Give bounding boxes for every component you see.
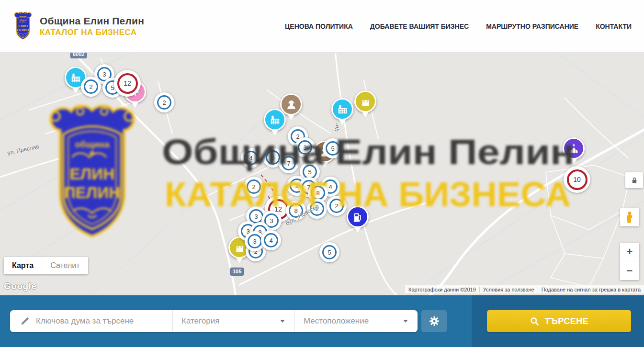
location-select-label: Местоположение — [304, 316, 369, 326]
zoom-control: + − — [620, 243, 639, 280]
search-icon — [530, 316, 540, 326]
nav-item-contacts[interactable]: КОНТАКТИ — [596, 22, 632, 30]
road-badge: 6002 — [71, 53, 86, 58]
road-badge: 105 — [231, 268, 243, 275]
site-subtitle: КАТАЛОГ НА БИЗНЕСА — [40, 28, 144, 37]
map-canvas[interactable]: 3251222354675227481282233382345106002105… — [0, 53, 644, 295]
attribution-report-link[interactable]: Подаване на сигнал за грешка в картата — [538, 287, 644, 292]
location-select[interactable]: Местоположение — [294, 310, 418, 332]
site-header: Община Елин Пелин КАТАЛОГ НА БИЗНЕСА ЦЕН… — [0, 0, 644, 53]
search-panel: Категория Местоположение — [0, 295, 644, 347]
attribution-terms-link[interactable]: Условия за ползване — [479, 287, 538, 292]
pencil-icon — [20, 316, 30, 326]
zoom-in-button[interactable]: + — [620, 243, 639, 261]
street-label: ул. Преслав — [7, 143, 40, 157]
keyword-segment — [10, 310, 172, 332]
map-cluster-marker[interactable]: 3 — [295, 137, 315, 157]
map-pin-bag[interactable] — [354, 90, 376, 117]
map-cluster-marker[interactable]: 2 — [327, 196, 347, 216]
nav-item-route-schedule[interactable]: МАРШРУТНО РАЗПИСАНИЕ — [486, 22, 578, 30]
site-title: Община Елин Пелин — [40, 15, 144, 27]
nav-item-pricing[interactable]: ЦЕНОВА ПОЛИТИКА — [285, 22, 353, 30]
map-cluster-marker[interactable]: 10 — [564, 166, 590, 193]
map-pin-factory[interactable] — [331, 98, 353, 125]
category-select[interactable]: Категория — [172, 310, 294, 332]
map-pin-factory[interactable] — [264, 109, 286, 135]
map-cluster-marker[interactable]: 2 — [81, 77, 101, 97]
brand-logo[interactable]: Община Елин Пелин КАТАЛОГ НА БИЗНЕСА — [12, 11, 144, 41]
map-cluster-marker[interactable]: 4 — [241, 148, 261, 168]
attribution-data: Картографски данни ©2019 — [405, 287, 479, 292]
map-attribution: Картографски данни ©2019 Условия за полз… — [405, 285, 644, 293]
gear-icon — [429, 315, 440, 327]
settings-button[interactable] — [421, 310, 447, 332]
map-cluster-marker[interactable]: 2 — [244, 177, 264, 197]
search-button-label: ТЪРСЕНЕ — [545, 316, 589, 326]
search-bar: Категория Местоположение — [10, 310, 418, 332]
search-button[interactable]: ТЪРСЕНЕ — [487, 310, 631, 332]
keyword-input[interactable] — [36, 316, 172, 326]
map-pin-church[interactable] — [563, 137, 585, 164]
chevron-down-icon — [403, 320, 408, 323]
chevron-down-icon — [280, 320, 285, 323]
municipality-crest-icon — [12, 11, 34, 41]
map-cluster-marker[interactable]: 4 — [261, 230, 281, 250]
map-cluster-marker[interactable]: 5 — [319, 242, 339, 262]
map-cluster-marker[interactable]: 7 — [279, 153, 299, 173]
pegman-icon — [624, 210, 635, 224]
lock-button[interactable] — [625, 172, 643, 188]
map-type-satellite-button[interactable]: Сателит — [42, 257, 88, 274]
street-view-pegman[interactable] — [620, 208, 639, 226]
zoom-out-button[interactable]: − — [620, 261, 639, 280]
map-type-map-button[interactable]: Карта — [4, 257, 42, 274]
category-select-label: Категория — [181, 316, 219, 326]
google-logo[interactable]: Google — [4, 281, 36, 291]
lock-icon — [630, 176, 639, 185]
map-cluster-marker[interactable]: 2 — [154, 92, 174, 112]
map-markers: 3251222354675227481282233382345106002105… — [0, 53, 644, 295]
map-cluster-marker[interactable]: 5 — [323, 138, 343, 158]
map-type-control: Карта Сателит — [4, 257, 88, 274]
map-pin-fuel[interactable] — [347, 206, 369, 233]
map-cluster-marker[interactable]: 12 — [114, 70, 141, 97]
nav-item-add-business[interactable]: ДОБАВЕТЕ ВАШИЯТ БИЗНЕС — [370, 22, 469, 30]
main-nav: ЦЕНОВА ПОЛИТИКА ДОБАВЕТЕ ВАШИЯТ БИЗНЕС М… — [285, 22, 632, 30]
